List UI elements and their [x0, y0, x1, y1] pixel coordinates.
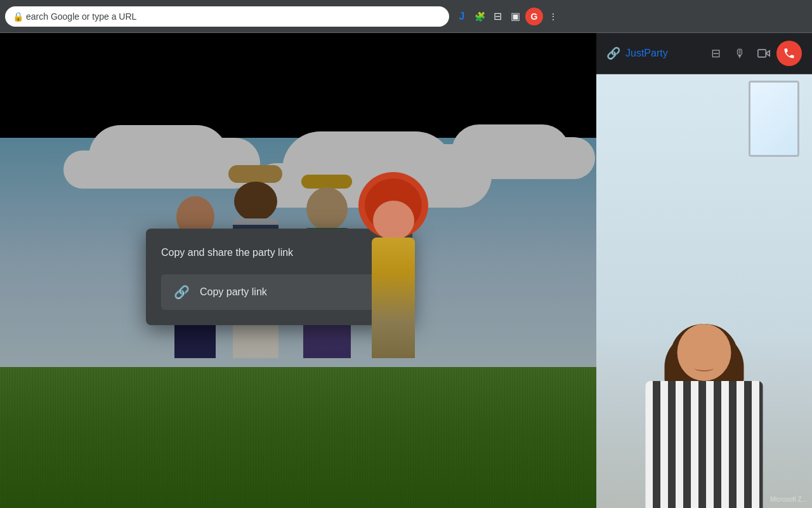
- modal-title: Copy and share the party link: [161, 247, 293, 258]
- main-content: Copy and share the party link ✕ 🔗 Copy p…: [0, 33, 812, 508]
- link-icon: 🔗: [174, 284, 190, 300]
- address-bar[interactable]: 🔒 earch Google or type a URL: [5, 6, 449, 27]
- split-extension-icon[interactable]: ▣: [508, 9, 523, 24]
- extension-icons: J 🧩 ⊟ ▣ G ⋮: [454, 8, 561, 25]
- copy-link-label: Copy party link: [200, 286, 267, 298]
- modal-header: Copy and share the party link ✕: [161, 244, 397, 262]
- justparty-logo-icon: 🔗: [606, 46, 620, 60]
- media-extension-icon[interactable]: ⊟: [490, 9, 505, 24]
- url-text: earch Google or type a URL: [26, 11, 136, 22]
- puzzle-extension-icon[interactable]: 🧩: [472, 9, 487, 24]
- justparty-extension-icon[interactable]: J: [454, 9, 469, 24]
- svg-rect-0: [758, 50, 766, 57]
- lock-icon: 🔒: [13, 11, 23, 22]
- video-area: Copy and share the party link ✕ 🔗 Copy p…: [0, 33, 596, 508]
- browser-chrome: 🔒 earch Google or type a URL J 🧩 ⊟ ▣ G ⋮: [0, 0, 812, 33]
- room-window: [749, 81, 799, 157]
- end-call-button[interactable]: [776, 41, 802, 66]
- participant-figure: [615, 330, 793, 508]
- sidebar-header: 🔗 JustParty ⊟ 🎙: [596, 33, 812, 74]
- user-avatar[interactable]: G: [525, 8, 543, 25]
- sidebar-controls: ⊟ 🎙: [704, 41, 802, 66]
- camera-button[interactable]: [752, 42, 775, 65]
- video-watermark: Microsoft Z...: [770, 496, 807, 503]
- participant-video: Microsoft Z...: [596, 74, 812, 508]
- sidebar: 🔗 JustParty ⊟ 🎙: [596, 33, 812, 508]
- layout-button[interactable]: ⊟: [704, 42, 727, 65]
- copy-party-link-button[interactable]: 🔗 Copy party link: [161, 274, 397, 310]
- microphone-button[interactable]: 🎙: [728, 42, 751, 65]
- character-4: [365, 178, 422, 358]
- more-menu-icon[interactable]: ⋮: [546, 9, 561, 24]
- justparty-title: JustParty: [625, 48, 699, 59]
- modal-overlay: Copy and share the party link ✕ 🔗 Copy p…: [0, 33, 596, 508]
